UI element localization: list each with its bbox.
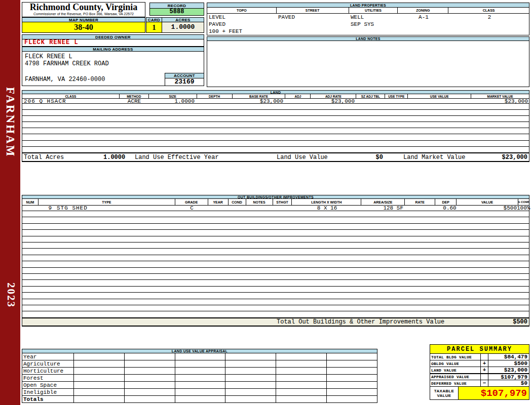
col-land-size: SIZE [149, 94, 197, 98]
record-value: 5888 [149, 9, 204, 16]
land-totals-row: Total Acres 1.0000 Land Use Effective Ye… [22, 153, 529, 162]
ps-label-taxable: TAXABLE VALUE [430, 387, 459, 399]
lu-cell [276, 382, 327, 388]
ps-label-appraised: APPRAISED VALUE [430, 374, 481, 380]
lu-cell [175, 368, 226, 374]
lu-cell [125, 375, 175, 381]
land-use-effective-year-label: Land Use Effective Year [135, 153, 219, 161]
total-acres-label: Total Acres [24, 153, 64, 161]
lu-cell [327, 353, 377, 360]
land-section: LAND CLASS METHOD SIZE DEPTH BASE RATE A… [22, 90, 529, 162]
lu-cell [74, 360, 125, 367]
land-properties-title: LAND PROPERTIES [207, 3, 529, 8]
ps-row-total-bldg: TOTAL BLDG VALUE $84,479 [430, 353, 529, 360]
ps-value-land: $23,000 [488, 367, 529, 373]
lu-cell [74, 396, 125, 402]
out-buildings-section: OUT BUILDINGS/OTHER IMPROVEMENTS NUM TYP… [22, 195, 529, 327]
mailing-address-header: MAILING ADDRESS [22, 47, 204, 52]
street-value: PAVED [278, 14, 295, 20]
lu-row-agriculture: Agriculture [22, 360, 377, 368]
land-market-value-total: $23,000 [478, 153, 527, 161]
deeded-owner-value: FLECK RENEE L [22, 39, 204, 47]
col-class: CLASS [448, 8, 529, 13]
sidebar-year-label: 2023 [5, 282, 17, 308]
lu-cell [276, 360, 327, 367]
lu-row-horticulture: Horticulture [22, 368, 377, 375]
lu-row-open-space: Open Space [22, 382, 377, 389]
ps-label-obldg: OBLDG VALUE [430, 360, 481, 367]
ps-label-total-bldg: TOTAL BLDG VALUE [430, 354, 481, 360]
commissioner-address: Commissioner of the Revenue, PO Box 366,… [22, 12, 145, 16]
ob-length-width-value: 8 X 16 [292, 206, 362, 211]
col-ob-type: TYPE [39, 199, 175, 205]
lu-cell [225, 360, 276, 367]
card-header: CARD [146, 17, 162, 22]
land-properties-column-headers: TOPO STREET UTILITIES ZONING CLASS [207, 8, 529, 13]
lu-cell [175, 396, 226, 402]
land-properties-values: LEVEL PAVED 100 + FEET PAVED WELL SEP SY… [207, 13, 529, 35]
lu-cell [125, 396, 175, 402]
lu-cell [327, 396, 377, 402]
lu-cell [74, 353, 125, 360]
lu-cell [276, 375, 327, 381]
land-use-appraisal-title: LAND USE VALUE APPRAISAL [22, 349, 377, 353]
lu-cell [74, 389, 125, 395]
col-ob-year: YEAR [208, 199, 229, 205]
ps-op-obldg: + [481, 360, 488, 367]
lu-row-forest: Forest [22, 375, 377, 382]
land-empty-rows [22, 104, 529, 153]
lu-cell [327, 360, 377, 367]
lu-cell [175, 375, 226, 381]
parcel-summary-section: PARCEL SUMMARY TOTAL BLDG VALUE $84,479 … [430, 344, 529, 400]
col-ob-num: NUM [22, 199, 39, 205]
land-properties-section: LAND PROPERTIES TOPO STREET UTILITIES ZO… [207, 3, 529, 35]
col-land-use-value: USE VALUE [408, 94, 471, 98]
col-topo: TOPO [207, 8, 277, 13]
parcel-summary-title: PARCEL SUMMARY [430, 344, 529, 354]
topo-value-3: 100 + FEET [209, 28, 242, 34]
col-utilities: UTILITIES [349, 8, 398, 13]
land-adj-rate-value: $23,000 [311, 99, 355, 104]
ps-row-appraised: APPRAISED VALUE $107,979 [430, 373, 529, 380]
col-ob-dep: DEP [435, 199, 457, 205]
ps-op-total-bldg [481, 354, 488, 360]
ps-value-deferred: $0 [488, 380, 529, 386]
lu-row-year: Year [22, 353, 377, 360]
land-notes-area [207, 41, 529, 87]
land-column-headers: CLASS METHOD SIZE DEPTH BASE RATE ADJ AD… [22, 94, 529, 98]
address-line-2: 4798 FARNHAM CREEK ROAD [25, 60, 109, 67]
ps-label-deferred: DEFERRED VALUE [430, 380, 481, 386]
land-market-value-label: Land Market Value [403, 153, 465, 161]
land-title: LAND [22, 90, 529, 94]
ps-value-taxable: $107,979 [459, 387, 529, 399]
lu-cell [125, 360, 175, 367]
ob-total-label: Total Out Buildings & Other Improvements… [277, 318, 444, 326]
lu-cell [125, 382, 175, 388]
ps-value-total-bldg: $84,479 [488, 354, 529, 360]
lu-cell [276, 368, 327, 374]
lu-cell [125, 389, 175, 395]
card-value: 1 [146, 22, 162, 33]
lu-label-forest: Forest [22, 375, 74, 381]
land-use-appraisal-section: LAND USE VALUE APPRAISAL Year Agricultur… [22, 349, 377, 403]
lu-cell [327, 375, 377, 381]
col-ob-sthgt: STHGT [273, 199, 292, 205]
col-ob-area-size: AREA/SIZE [361, 199, 405, 205]
ob-grade-value: C [175, 206, 208, 211]
lu-label-horticulture: Horticulture [22, 368, 74, 374]
land-use-value-label: Land Use Value [277, 153, 328, 161]
acres-value: 1.0000 [162, 22, 204, 33]
col-land-use-type: USE TYPE [385, 94, 408, 98]
lu-label-ineligible: Ineligible [22, 389, 74, 395]
ps-op-deferred: − [481, 380, 488, 386]
ps-row-obldg: OBLDG VALUE + $500 [430, 360, 529, 367]
col-ob-notes: NOTES [246, 199, 273, 205]
col-land-depth: DEPTH [197, 94, 233, 98]
ob-num-value: 9 [39, 206, 52, 211]
col-ob-grade: GRADE [175, 199, 208, 205]
lu-cell [175, 389, 226, 395]
col-land-method: METHOD [120, 94, 149, 98]
lu-label-year: Year [22, 353, 74, 360]
lu-cell [225, 382, 276, 388]
land-size-value: 1.0000 [149, 99, 195, 104]
